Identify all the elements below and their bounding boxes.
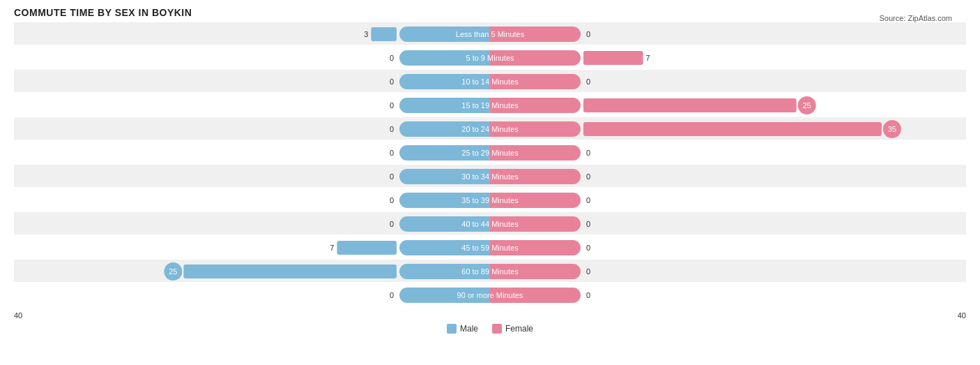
svg-text:0: 0 — [390, 125, 394, 133]
svg-text:0: 0 — [586, 172, 590, 181]
svg-text:40 to 44 Minutes: 40 to 44 Minutes — [461, 220, 519, 228]
svg-text:20 to 24 Minutes: 20 to 24 Minutes — [461, 125, 519, 133]
male-legend-label: Male — [460, 324, 478, 334]
svg-text:0: 0 — [586, 77, 590, 86]
chart-wrapper: COMMUTE TIME BY SEX IN BOYKIN Source: Zi… — [14, 7, 966, 334]
svg-text:0: 0 — [390, 77, 394, 86]
svg-text:35 to 39 Minutes: 35 to 39 Minutes — [461, 196, 519, 204]
svg-text:0: 0 — [586, 267, 590, 276]
svg-text:0: 0 — [390, 220, 394, 228]
chart-title: COMMUTE TIME BY SEX IN BOYKIN — [14, 7, 966, 18]
svg-text:0: 0 — [390, 149, 394, 157]
svg-text:0: 0 — [586, 149, 590, 157]
svg-text:0: 0 — [390, 54, 394, 62]
legend-female: Female — [492, 324, 533, 334]
svg-text:15 to 19 Minutes: 15 to 19 Minutes — [461, 101, 519, 110]
svg-rect-37 — [583, 122, 882, 136]
svg-text:7: 7 — [646, 54, 650, 62]
svg-rect-10 — [583, 51, 643, 65]
svg-text:Less than 5 Minutes: Less than 5 Minutes — [456, 30, 525, 38]
svg-text:3: 3 — [364, 30, 368, 38]
svg-rect-27 — [583, 98, 797, 112]
svg-text:0: 0 — [390, 172, 394, 181]
axis-labels: 40 40 — [14, 311, 966, 320]
svg-text:0: 0 — [586, 220, 590, 228]
svg-text:5 to 9 Minutes: 5 to 9 Minutes — [466, 54, 514, 62]
svg-text:30 to 34 Minutes: 30 to 34 Minutes — [461, 172, 519, 181]
svg-text:0: 0 — [390, 101, 394, 110]
svg-text:10 to 14 Minutes: 10 to 14 Minutes — [461, 77, 519, 86]
svg-text:0: 0 — [586, 30, 590, 38]
male-legend-box — [447, 324, 457, 334]
legend: Male Female — [14, 324, 966, 334]
svg-text:90 or more Minutes: 90 or more Minutes — [457, 291, 523, 299]
chart-container: COMMUTE TIME BY SEX IN BOYKIN Source: Zi… — [0, 0, 980, 365]
svg-text:35: 35 — [888, 125, 896, 133]
svg-rect-1 — [371, 27, 397, 41]
axis-right: 40 — [958, 311, 966, 320]
svg-rect-79 — [337, 241, 397, 255]
female-legend-label: Female — [505, 324, 533, 334]
svg-text:60 to 89 Minutes: 60 to 89 Minutes — [461, 267, 519, 276]
svg-text:25: 25 — [803, 101, 811, 110]
legend-male: Male — [447, 324, 478, 334]
svg-text:25 to 29 Minutes: 25 to 29 Minutes — [461, 149, 519, 157]
svg-text:0: 0 — [390, 291, 394, 299]
chart-svg-area: Less than 5 Minutes305 to 9 Minutes0710 … — [14, 22, 966, 310]
svg-rect-88 — [183, 265, 397, 278]
axis-left: 40 — [14, 311, 22, 320]
svg-text:0: 0 — [586, 291, 590, 299]
svg-text:0: 0 — [586, 244, 590, 252]
butterfly-svg: Less than 5 Minutes305 to 9 Minutes0710 … — [14, 22, 966, 307]
female-legend-box — [492, 324, 502, 334]
svg-text:45 to 59 Minutes: 45 to 59 Minutes — [461, 244, 519, 252]
svg-text:25: 25 — [169, 267, 177, 276]
svg-text:0: 0 — [586, 196, 590, 204]
source-link: Source: ZipAtlas.com — [879, 14, 952, 22]
svg-text:7: 7 — [330, 244, 334, 252]
svg-text:0: 0 — [390, 196, 394, 204]
